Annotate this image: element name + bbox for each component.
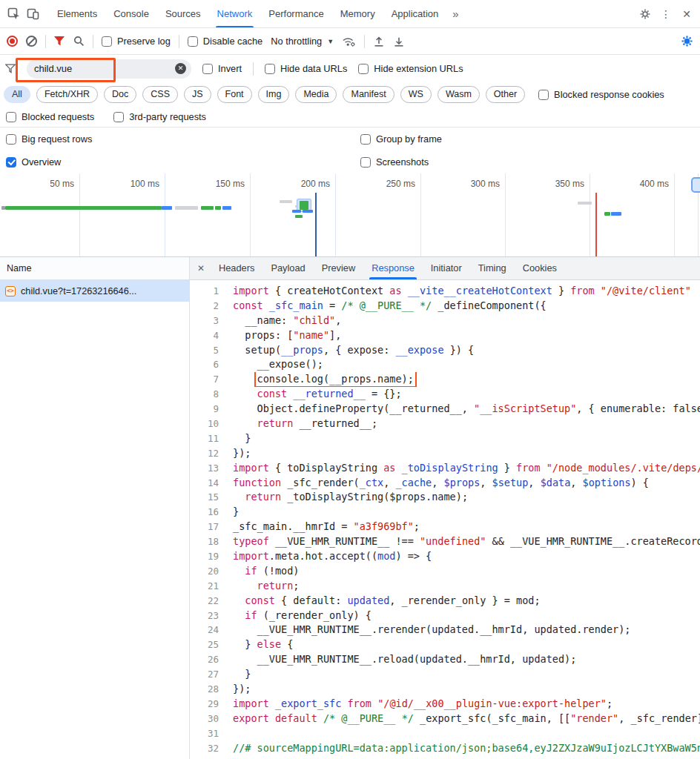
checkbox-blocked-response-cookies[interactable]: Blocked response cookies — [538, 89, 664, 100]
detail-tab-timing[interactable]: Timing — [470, 257, 515, 279]
checkbox-preserve-log[interactable]: Preserve log — [102, 36, 171, 47]
code-line: 24 __VUE_HMR_RUNTIME__.rerender(updated.… — [190, 623, 700, 637]
name-column-header[interactable]: Name — [0, 257, 189, 280]
code-token: , — [335, 314, 341, 326]
tab-performance[interactable]: Performance — [260, 0, 331, 27]
line-number: 18 — [190, 534, 228, 549]
checkbox-box-3rd-party-requests[interactable] — [113, 112, 124, 122]
checkbox-box-blocked-requests[interactable] — [6, 112, 16, 122]
code-line: 10 return __returned__; — [190, 417, 700, 431]
network-settings-gear-icon[interactable] — [681, 35, 693, 47]
code-token — [233, 491, 245, 503]
checkbox-box-hide-data-urls[interactable] — [265, 64, 275, 74]
checkbox-overview[interactable]: Overview — [6, 156, 61, 168]
search-icon[interactable] — [73, 36, 85, 47]
detail-tab-cookies[interactable]: Cookies — [515, 257, 565, 279]
filter-chip-font[interactable]: Font — [217, 86, 252, 103]
filter-toggle-icon[interactable] — [54, 36, 65, 46]
filter-chip-fetch-xhr[interactable]: Fetch/XHR — [36, 86, 98, 103]
request-row-selected[interactable]: <> child.vue?t=17263216646... — [0, 280, 189, 302]
close-details-icon[interactable]: ✕ — [191, 263, 211, 274]
checkbox-box-group-by-frame[interactable] — [360, 134, 371, 145]
tab-network[interactable]: Network — [209, 0, 261, 27]
export-har-icon[interactable] — [393, 36, 405, 47]
checkbox-screenshots[interactable]: Screenshots — [360, 156, 429, 168]
checkbox-box-disable-cache[interactable] — [188, 36, 198, 47]
filter-chip-ws[interactable]: WS — [400, 86, 432, 103]
checkbox-invert[interactable]: Invert — [202, 63, 242, 74]
filter-input[interactable]: child.vue ✕ — [27, 59, 191, 79]
detail-tab-preview[interactable]: Preview — [314, 257, 364, 279]
filter-chip-media[interactable]: Media — [295, 86, 337, 103]
overview-drag-handle[interactable] — [691, 177, 700, 193]
tab-sources[interactable]: Sources — [157, 0, 209, 27]
checkbox-box-blocked-response-cookies[interactable] — [538, 90, 549, 100]
filter-chip-all[interactable]: All — [4, 86, 30, 103]
overview-timeline[interactable]: 50 ms100 ms150 ms200 ms250 ms300 ms350 m… — [0, 173, 700, 257]
code-line: 16} — [190, 505, 700, 520]
filter-chip-img[interactable]: Img — [258, 86, 290, 103]
checkbox-hide-data-urls[interactable]: Hide data URLs — [265, 63, 347, 74]
clear-filter-icon[interactable]: ✕ — [175, 63, 186, 74]
line-content: const { default: updated, _rerender_only… — [228, 594, 700, 609]
tab-elements[interactable]: Elements — [49, 0, 105, 27]
device-toolbar-icon[interactable] — [24, 5, 42, 23]
filter-chip-other[interactable]: Other — [486, 86, 525, 103]
more-tabs-icon[interactable]: » — [448, 7, 463, 20]
line-number: 23 — [190, 609, 228, 623]
divider — [364, 35, 365, 48]
record-network-log-button[interactable] — [7, 36, 18, 47]
code-token: (_rerender_only) { — [257, 609, 372, 621]
code-line: 19import.meta.hot.accept((mod) => { — [190, 549, 700, 564]
checkbox-box-invert[interactable] — [202, 64, 213, 74]
clear-network-log-button[interactable] — [26, 36, 37, 47]
code-token — [269, 712, 275, 724]
checkbox-label: Preserve log — [117, 36, 171, 47]
filter-chip-css[interactable]: CSS — [142, 86, 178, 103]
line-number: 26 — [190, 652, 228, 667]
checkbox-label: Invert — [218, 63, 242, 74]
tab-console[interactable]: Console — [105, 0, 157, 27]
line-content: __VUE_HMR_RUNTIME__.rerender(updated.__h… — [228, 623, 700, 637]
code-token: { createHotContext — [269, 285, 390, 296]
checkbox-box-hide-extension-urls[interactable] — [358, 64, 369, 74]
detail-tab-headers[interactable]: Headers — [211, 257, 262, 279]
kebab-menu-icon[interactable]: ⋮ — [657, 5, 675, 23]
checkbox-3rd-party-requests[interactable]: 3rd-party requests — [113, 111, 206, 122]
checkbox-blocked-requests[interactable]: Blocked requests — [6, 111, 94, 122]
close-devtools-icon[interactable]: ✕ — [678, 5, 696, 23]
checkbox-label: Big request rows — [22, 133, 92, 145]
code-line: 17_sfc_main.__hmrId = "a3f969bf"; — [190, 520, 700, 534]
checkbox-disable-cache[interactable]: Disable cache — [188, 36, 262, 47]
waterfall-bar — [300, 201, 308, 210]
checkbox-group-by-frame[interactable]: Group by frame — [360, 133, 442, 145]
inspect-element-icon[interactable] — [4, 5, 22, 23]
timeline-gridline — [505, 173, 506, 256]
code-line: 30export default /* @__PURE__ */ _export… — [190, 712, 700, 726]
code-token: from — [570, 285, 595, 296]
code-line: 26 __VUE_HMR_RUNTIME__.reload(updated.__… — [190, 652, 700, 667]
import-har-icon[interactable] — [373, 36, 385, 47]
tab-memory[interactable]: Memory — [332, 0, 383, 27]
filter-chip-doc[interactable]: Doc — [104, 86, 136, 103]
checkbox-big-request-rows[interactable]: Big request rows — [6, 133, 92, 145]
detail-tab-payload[interactable]: Payload — [262, 257, 313, 279]
settings-gear-icon[interactable] — [636, 5, 654, 23]
throttling-select[interactable]: No throttling ▼ — [271, 36, 334, 47]
code-token: updated — [347, 594, 389, 606]
filter-chip-wasm[interactable]: Wasm — [438, 86, 480, 103]
filter-chip-manifest[interactable]: Manifest — [343, 86, 394, 103]
checkbox-box-big-request-rows[interactable] — [6, 134, 16, 145]
checkbox-box-preserve-log[interactable] — [102, 36, 112, 47]
filter-chip-js[interactable]: JS — [184, 86, 211, 103]
checkbox-box-screenshots[interactable] — [360, 157, 371, 168]
code-line: 7 console.log(__props.name); — [190, 372, 700, 387]
detail-tab-initiator[interactable]: Initiator — [423, 257, 470, 279]
checkbox-box-overview[interactable] — [6, 157, 16, 168]
detail-tab-response[interactable]: Response — [363, 257, 423, 279]
network-split-view: Name <> child.vue?t=17263216646... ✕ Hea… — [0, 257, 700, 759]
checkbox-hide-extension-urls[interactable]: Hide extension URLs — [358, 63, 463, 74]
tab-application[interactable]: Application — [383, 0, 447, 27]
network-conditions-icon[interactable] — [342, 36, 356, 47]
code-line: 28}); — [190, 682, 700, 697]
